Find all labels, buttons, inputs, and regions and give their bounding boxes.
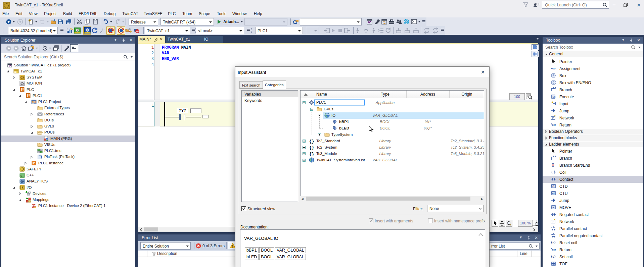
svg-text:{}: {}	[309, 139, 314, 144]
svg-text:=: =	[553, 206, 554, 209]
svg-text:1: 1	[406, 20, 407, 23]
svg-text:C₊: C₊	[20, 174, 24, 177]
svg-text:-1: -1	[552, 185, 554, 188]
svg-text:Ex: Ex	[553, 95, 556, 98]
svg-text:{}: {}	[309, 146, 314, 150]
svg-text:RET: RET	[552, 249, 556, 251]
svg-text:VAR: VAR	[552, 68, 556, 70]
svg-text:{}: {}	[309, 152, 314, 157]
svg-text:+1: +1	[552, 192, 555, 195]
svg-text:RET: RET	[552, 124, 556, 126]
svg-text:S: S	[553, 255, 554, 258]
svg-text:R: R	[553, 241, 555, 244]
